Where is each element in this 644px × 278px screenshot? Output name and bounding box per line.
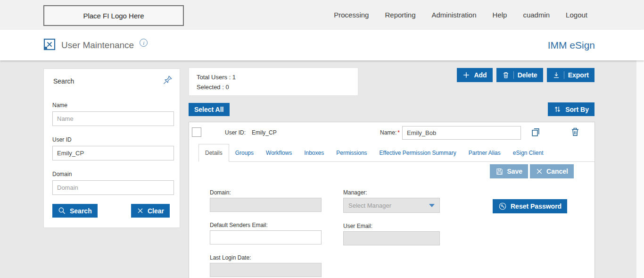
- fi-logo-placeholder: Place FI Logo Here: [43, 5, 184, 26]
- tab-groups[interactable]: Groups: [229, 144, 260, 161]
- nav-logout[interactable]: Logout: [566, 11, 587, 19]
- top-bar: Place FI Logo Here Processing Reporting …: [0, 0, 644, 30]
- default-senders-email-field[interactable]: [210, 230, 322, 244]
- manager-label: Manager:: [343, 189, 367, 196]
- search-icon: [58, 207, 66, 215]
- user-select-checkbox[interactable]: [192, 127, 201, 137]
- key-circle-icon: [498, 202, 507, 211]
- crud-button-group: Add Delete Export: [457, 68, 594, 82]
- scrollbar-track[interactable]: [636, 60, 644, 278]
- user-card-tabs: Details Groups Workflows Inboxes Permiss…: [198, 144, 594, 162]
- trash-icon: [502, 71, 510, 79]
- user-card: User ID: Emily_CP Name:* Details Groups …: [189, 122, 595, 278]
- cancel-button-label: Cancel: [546, 168, 568, 175]
- name-input[interactable]: [402, 126, 521, 140]
- reset-password-button[interactable]: Reset Password: [493, 199, 567, 213]
- user-email-label: User Email:: [343, 223, 372, 229]
- content-area: Search Name User ID Domain Search: [0, 60, 644, 278]
- total-users-text: Total Users : 1: [197, 72, 350, 82]
- nav-reporting[interactable]: Reporting: [385, 11, 415, 19]
- cancel-button[interactable]: Cancel: [530, 164, 574, 178]
- save-button-label: Save: [507, 168, 522, 175]
- name-label: Name:*: [380, 129, 400, 136]
- tab-details[interactable]: Details: [198, 144, 229, 162]
- copy-icon[interactable]: [530, 127, 541, 139]
- tab-esign-client[interactable]: eSign Client: [507, 144, 550, 161]
- search-name-input[interactable]: [52, 111, 174, 126]
- plus-icon: [462, 71, 470, 79]
- search-domain-label: Domain: [52, 171, 72, 177]
- page-header: User Maintenance i IMM eSign: [0, 30, 644, 60]
- required-marker: *: [397, 129, 400, 136]
- search-panel-title: Search: [53, 77, 74, 85]
- search-button-label: Search: [70, 207, 92, 215]
- user-email-field: [343, 231, 440, 245]
- last-login-date-field: [210, 263, 322, 277]
- nav-help[interactable]: Help: [493, 11, 507, 19]
- user-id-value: Emily_CP: [252, 129, 277, 136]
- nav-administration[interactable]: Administration: [432, 11, 477, 19]
- clear-button[interactable]: Clear: [131, 204, 170, 218]
- tab-workflows[interactable]: Workflows: [260, 144, 298, 161]
- button-divider: [513, 71, 514, 79]
- delete-user-icon[interactable]: [570, 126, 580, 139]
- close-icon: [536, 168, 543, 175]
- select-all-label: Select All: [194, 106, 224, 113]
- search-userid-label: User ID: [52, 136, 72, 143]
- tab-partner-alias[interactable]: Partner Alias: [462, 144, 507, 161]
- tab-inboxes[interactable]: Inboxes: [298, 144, 330, 161]
- info-icon[interactable]: i: [140, 39, 148, 47]
- page-title: User Maintenance: [61, 40, 134, 51]
- brand-text: IMM eSign: [548, 30, 595, 60]
- close-icon: [137, 207, 144, 214]
- user-maintenance-screen: Place FI Logo Here Processing Reporting …: [0, 0, 644, 278]
- search-name-label: Name: [52, 102, 67, 109]
- reset-password-label: Reset Password: [511, 202, 561, 210]
- chevron-down-icon: [429, 204, 435, 207]
- add-button-label: Add: [474, 71, 487, 79]
- nav-processing[interactable]: Processing: [334, 11, 369, 19]
- save-cancel-group: Save Cancel: [490, 164, 574, 178]
- tab-permissions[interactable]: Permissions: [330, 144, 373, 161]
- page-header-left: User Maintenance i: [43, 30, 148, 60]
- add-button[interactable]: Add: [457, 68, 492, 82]
- delete-button[interactable]: Delete: [496, 68, 543, 82]
- sort-by-label: Sort By: [565, 106, 589, 113]
- save-disk-icon: [495, 168, 504, 176]
- sort-by-button[interactable]: Sort By: [548, 102, 594, 116]
- search-domain-input[interactable]: [52, 180, 174, 195]
- nav-cuadmin[interactable]: cuadmin: [523, 11, 550, 19]
- default-senders-email-label: Default Senders Email:: [210, 222, 268, 228]
- download-icon: [553, 71, 560, 79]
- button-divider: [564, 71, 564, 79]
- export-button[interactable]: Export: [547, 68, 594, 82]
- user-maintenance-icon: [43, 38, 56, 52]
- save-button[interactable]: Save: [490, 164, 528, 178]
- user-id-label: User ID:: [225, 129, 246, 136]
- export-button-label: Export: [568, 71, 589, 79]
- search-button[interactable]: Search: [52, 204, 98, 218]
- search-panel: Search Name User ID Domain Search: [43, 68, 180, 228]
- select-all-button[interactable]: Select All: [189, 103, 230, 116]
- clear-button-label: Clear: [148, 207, 164, 215]
- manager-select[interactable]: Select Manager: [343, 198, 440, 213]
- pin-icon[interactable]: [163, 75, 173, 87]
- top-nav: Processing Reporting Administration Help…: [334, 0, 587, 30]
- sort-arrows-icon: [553, 105, 561, 113]
- last-login-date-label: Last Login Date:: [210, 254, 251, 261]
- delete-button-label: Delete: [518, 71, 537, 79]
- totals-box: Total Users : 1 Selected : 0: [189, 67, 358, 96]
- search-userid-input[interactable]: [52, 146, 174, 160]
- tab-effective-permission-summary[interactable]: Effective Permission Summary: [373, 144, 462, 161]
- selected-count-text: Selected : 0: [197, 82, 350, 92]
- domain-label: Domain:: [210, 189, 231, 196]
- manager-select-value: Select Manager: [348, 202, 429, 209]
- domain-field: [210, 198, 322, 212]
